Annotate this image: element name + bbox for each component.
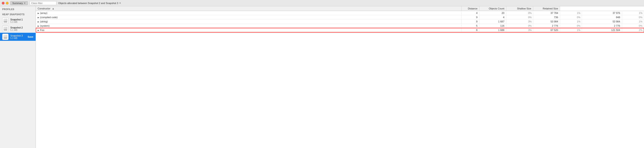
table-row[interactable]: ▶Foo 8 1 688 3% 67 520 1% 121 504 2%: [36, 28, 644, 32]
table-header: Constructor ▲ Distance Objects Count Sha…: [36, 6, 644, 11]
expand-arrow[interactable]: ▶: [38, 25, 39, 27]
table-row[interactable]: ▶(system) 5 116 0% 2 776 0% 2 776 0%: [36, 24, 644, 28]
heap-snapshots-label: HEAP SNAPSHOTS: [0, 12, 36, 17]
cell-constructor: ▶(compiled code): [36, 15, 462, 20]
summary-tab[interactable]: Summary ▼: [10, 1, 28, 5]
cell-objects-count: 4: [480, 15, 506, 20]
cell-constructor: ▶(array): [36, 11, 462, 15]
snapshot-1-size: 5.3 MB: [10, 21, 23, 23]
snapshot-1-info: Snapshot 1 5.3 MB: [10, 18, 23, 23]
cell-retained-pct: 2%: [622, 28, 644, 32]
col-header-objects[interactable]: Objects Count: [480, 6, 506, 11]
sidebar: Profiles HEAP SNAPSHOTS Snapshot 1 5.3 M…: [0, 6, 36, 148]
sidebar-item-snapshot-3[interactable]: Snapshot 3 5.3 MB Save: [0, 33, 36, 41]
snapshot-3-name: Snapshot 3: [10, 34, 23, 37]
col-header-constructor[interactable]: Constructor ▲: [36, 6, 462, 11]
expand-arrow[interactable]: ▶: [38, 12, 39, 14]
expand-arrow[interactable]: ▶: [38, 29, 39, 31]
sidebar-item-snapshot-1[interactable]: Snapshot 1 5.3 MB: [0, 17, 36, 25]
col-header-retained[interactable]: Retained Size: [533, 6, 560, 11]
cell-retained-val: 848: [582, 15, 622, 20]
cell-distance: 5: [462, 24, 480, 28]
allocation-dropdown-arrow: ▼: [119, 2, 121, 4]
cell-retained-val: 121 504: [582, 28, 622, 32]
cell-constructor: ▶(system): [36, 24, 462, 28]
save-link[interactable]: Save: [28, 35, 33, 38]
snapshot-2-info: Snapshot 2 5.1 MB: [10, 26, 23, 31]
cell-retained-val: 53 984: [582, 20, 622, 24]
sort-arrow-constructor: ▲: [52, 7, 54, 10]
summary-label: Summary: [12, 2, 23, 5]
allocation-text: Objects allocated between Snapshot 2 and…: [58, 2, 118, 5]
cell-retained-val: 37 976: [582, 11, 622, 15]
cell-shallow-pct: 0%: [560, 15, 582, 20]
table-row[interactable]: ▶(string) 9 1 687 3% 53 984 1% 53 984 1%: [36, 20, 644, 24]
cell-shallow-pct: 0%: [560, 24, 582, 28]
cell-retained-pct: 0%: [622, 24, 644, 28]
cell-shallow-val: 53 984: [533, 20, 560, 24]
cell-retained-pct: 1%: [622, 20, 644, 24]
cell-shallow-val: 736: [533, 15, 560, 20]
expand-arrow[interactable]: ▶: [38, 21, 39, 23]
table-row[interactable]: ▶(compiled code) 9 4 0% 736 0% 848 0%: [36, 15, 644, 20]
cell-objects-pct: 0%: [506, 24, 533, 28]
snapshot-3-info: Snapshot 3 5.3 MB: [10, 34, 23, 40]
cell-shallow-val: 67 520: [533, 28, 560, 32]
table-scroll[interactable]: Constructor ▲ Distance Objects Count Sha…: [36, 6, 644, 148]
window-controls: [2, 2, 8, 5]
snapshot-3-size: 5.3 MB: [10, 37, 23, 40]
class-filter-input[interactable]: [30, 1, 56, 5]
snapshot-1-icon: [2, 18, 8, 24]
profiles-label: Profiles: [0, 6, 36, 12]
snapshot-2-icon: [2, 26, 8, 32]
close-button[interactable]: [2, 2, 4, 5]
cell-shallow-pct: 1%: [560, 28, 582, 32]
content-area: Constructor ▲ Distance Objects Count Sha…: [36, 6, 644, 148]
expand-arrow[interactable]: ▶: [38, 16, 39, 19]
cell-distance: 9: [462, 15, 480, 20]
cell-objects-count: 1 687: [480, 20, 506, 24]
cell-shallow-val: 2 776: [533, 24, 560, 28]
data-table: Constructor ▲ Distance Objects Count Sha…: [36, 6, 644, 32]
minimize-button[interactable]: [6, 2, 8, 5]
cell-objects-pct: 0%: [506, 15, 533, 20]
snapshot-2-size: 5.1 MB: [10, 29, 23, 31]
snapshot-2-name: Snapshot 2: [10, 26, 23, 29]
cell-retained-pct: 1%: [622, 11, 644, 15]
cell-retained-val: 2 776: [582, 24, 622, 28]
table-row[interactable]: ▶(array) 4 20 0% 37 784 1% 37 976 1%: [36, 11, 644, 15]
col-header-distance[interactable]: Distance: [462, 6, 480, 11]
cell-distance: 8: [462, 28, 480, 32]
cell-objects-count: 116: [480, 24, 506, 28]
cell-objects-count: 1 688: [480, 28, 506, 32]
cell-objects-pct: 0%: [506, 11, 533, 15]
cell-distance: 9: [462, 20, 480, 24]
summary-dropdown-arrow: ▼: [24, 2, 26, 4]
cell-retained-pct: 0%: [622, 15, 644, 20]
table-body: ▶(array) 4 20 0% 37 784 1% 37 976 1% ▶(c…: [36, 11, 644, 32]
col-header-shallow[interactable]: Shallow Size: [506, 6, 533, 11]
cell-distance: 4: [462, 11, 480, 15]
cell-shallow-pct: 1%: [560, 11, 582, 15]
sidebar-item-snapshot-2[interactable]: Snapshot 2 5.1 MB: [0, 25, 36, 33]
snapshot-1-name: Snapshot 1: [10, 18, 23, 21]
cell-objects-count: 20: [480, 11, 506, 15]
allocation-label: Objects allocated between Snapshot 2 and…: [58, 2, 121, 5]
cell-objects-pct: 3%: [506, 28, 533, 32]
snapshot-3-icon: [2, 34, 8, 40]
cell-shallow-pct: 1%: [560, 20, 582, 24]
cell-constructor: ▶(string): [36, 20, 462, 24]
cell-shallow-val: 37 784: [533, 11, 560, 15]
cell-constructor: ▶Foo: [36, 28, 462, 32]
main-layout: Profiles HEAP SNAPSHOTS Snapshot 1 5.3 M…: [0, 6, 644, 148]
toolbar: Summary ▼ Objects allocated between Snap…: [0, 0, 644, 6]
cell-objects-pct: 3%: [506, 20, 533, 24]
